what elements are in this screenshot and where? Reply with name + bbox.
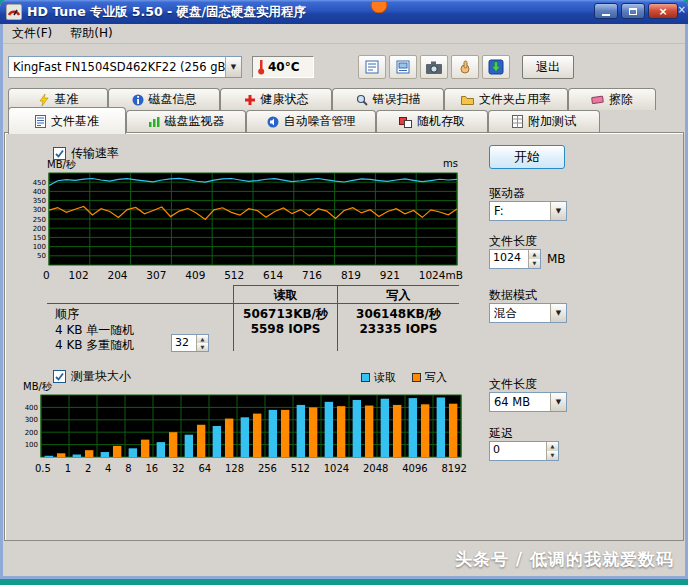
spin-up-icon[interactable]: ▲ [547,442,558,451]
tab-label: 擦除 [609,91,633,108]
spin-up-icon[interactable]: ▲ [529,250,540,259]
queue-depth-spinner[interactable]: 32 ▲ ▼ [171,334,209,352]
svg-text:400: 400 [25,404,38,412]
exit-button[interactable]: 退出 [522,55,574,79]
start-button[interactable]: 开始 [489,145,565,169]
save-button[interactable] [482,55,510,79]
chevron-down-icon[interactable]: ▼ [550,304,566,322]
x-tick: 1024mB [419,269,463,281]
menu-bar: 文件(F) 帮助(H) [3,24,685,44]
tab-disk-info[interactable]: 磁盘信息 [108,88,220,110]
window-title: HD Tune 专业版 5.50 - 硬盘/固态硬盘实用程序 [27,4,306,21]
hand-tool-button[interactable] [451,55,479,79]
block-size-checkbox[interactable]: 测量块大小 [53,368,131,385]
file-length2-label: 文件长度 [489,376,537,393]
data-mode-dropdown[interactable]: 混合 ▼ [489,303,567,323]
toolbar-buttons [358,55,510,79]
eraser-icon [591,94,604,105]
benchmark-icon [38,94,50,106]
maximize-button[interactable] [621,3,645,19]
file-length-value: 1024 [490,250,528,268]
maximize-icon [629,8,637,15]
tab-extra-tests[interactable]: 附加测试 [488,110,600,132]
delay-spinner[interactable]: 0 ▲ ▼ [489,441,559,461]
magnifier-icon [356,94,368,106]
hdtune-window: HD Tune 专业版 5.50 - 硬盘/固态硬盘实用程序 × × 文件(F)… [0,0,688,579]
save-download-icon [488,59,504,75]
x-tick: 0 [43,269,50,281]
spin-down-icon[interactable]: ▼ [529,259,540,268]
x-tick: 2 [85,463,91,474]
read-header: 读取 [234,287,337,304]
x-tick: 2048 [363,463,388,474]
titlebar[interactable]: HD Tune 专业版 5.50 - 硬盘/固态硬盘实用程序 × × [0,0,688,24]
tab-label: 健康状态 [261,91,309,108]
file-length2-dropdown[interactable]: 64 MB ▼ [489,392,567,412]
close-button[interactable]: × [648,3,678,19]
spin-down-icon[interactable]: ▼ [197,343,208,351]
svg-text:400: 400 [33,188,46,196]
tab-file-benchmark[interactable]: 文件基准 [8,107,126,134]
copy-image-button[interactable] [389,55,417,79]
screenshot-button[interactable] [420,55,448,79]
background-close-icon: × [678,4,686,15]
block-size-chart: 100200300400 [19,393,465,461]
write-header: 写入 [338,287,459,304]
spin-up-icon[interactable]: ▲ [197,335,208,343]
main-panel: 传输速率 开始 MB/秒 ms 501001502002503003504004… [4,132,684,541]
copy-text-button[interactable] [358,55,386,79]
tab-row-2: 文件基准 磁盘监视器 自动噪音管理 随机存取 附加测试 [3,110,600,132]
toolbar: KingFast FN1504SD462KF22 (256 gB) ▼ 40°C… [3,44,685,82]
svg-text:100: 100 [33,243,46,251]
dice-icon [399,116,412,128]
svg-text:450: 450 [33,179,46,187]
drive-label: 驱动器 [489,185,525,202]
disk-monitor-icon [148,116,160,128]
chart1-x-axis: 0 102 204 307 409 512 614 716 819 921 10… [43,269,463,281]
chevron-down-icon[interactable]: ▼ [550,202,566,220]
x-tick: 409 [185,269,205,281]
tab-health[interactable]: 健康状态 [220,88,332,110]
menu-file[interactable]: 文件(F) [3,23,61,44]
x-tick: 512 [291,463,310,474]
x-tick: 4 [105,463,111,474]
file-length-unit: MB [547,252,566,266]
tab-folder-usage[interactable]: 文件夹占用率 [444,88,568,110]
file-length-label: 文件长度 [489,233,537,250]
queue-depth-value: 32 [172,335,196,351]
x-tick: 614 [263,269,283,281]
drive-select[interactable]: KingFast FN1504SD462KF22 (256 gB) ▼ [8,56,242,78]
transfer-rate-label: 传输速率 [71,145,119,162]
tab-erase[interactable]: 擦除 [568,88,656,110]
tab-label: 自动噪音管理 [284,113,356,130]
tab-label: 磁盘监视器 [165,113,225,130]
chart2-x-axis: 0.5 1 2 4 8 16 32 64 128 256 512 1024 20… [35,463,467,474]
x-tick: 102 [69,269,89,281]
x-tick: 1024 [324,463,349,474]
chart1-ylabel: MB/秒 [47,158,76,172]
svg-text:100: 100 [25,441,38,449]
minimize-button[interactable] [594,3,618,19]
tab-random-access[interactable]: 随机存取 [376,110,488,132]
tab-label: 文件夹占用率 [479,91,551,108]
chart2-ylabel: MB/秒 [23,380,52,394]
tab-error-scan[interactable]: 错误扫描 [332,88,444,110]
thermometer-icon [257,59,265,75]
tab-disk-monitor[interactable]: 磁盘监视器 [126,110,246,132]
chevron-down-icon[interactable]: ▼ [550,393,566,411]
chart1-ylabel-right: ms [443,158,458,169]
spin-down-icon[interactable]: ▼ [547,451,558,460]
file-length-spinner[interactable]: 1024 ▲ ▼ [489,249,541,269]
write-swatch-icon [412,373,421,382]
menu-help[interactable]: 帮助(H) [61,23,121,44]
svg-text:200: 200 [33,225,46,233]
tab-aam[interactable]: 自动噪音管理 [246,110,376,132]
chevron-down-icon[interactable]: ▼ [225,57,241,77]
copy-image-icon [396,60,410,74]
hand-pen-icon [458,60,472,74]
results-table: 读取 写入 顺序 506713KB/秒 306148KB/秒 4 KB 单一随机… [47,285,459,351]
drive-dropdown[interactable]: F: ▼ [489,201,567,221]
minimize-icon [602,14,610,16]
tab-label: 基准 [55,91,79,108]
x-tick: 0.5 [35,463,51,474]
